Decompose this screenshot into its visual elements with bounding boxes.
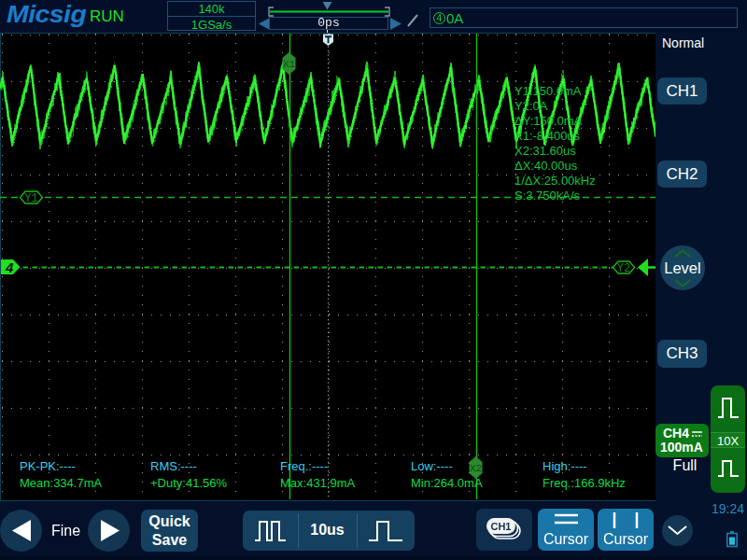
svg-text:4: 4 xyxy=(5,259,14,275)
svg-text:Y1: Y1 xyxy=(24,192,37,205)
svg-text:X2: X2 xyxy=(470,463,482,474)
svg-text:CH1: CH1 xyxy=(490,521,511,532)
svg-text:X1: X1 xyxy=(283,59,296,70)
svg-text:Y2: Y2 xyxy=(617,262,630,275)
